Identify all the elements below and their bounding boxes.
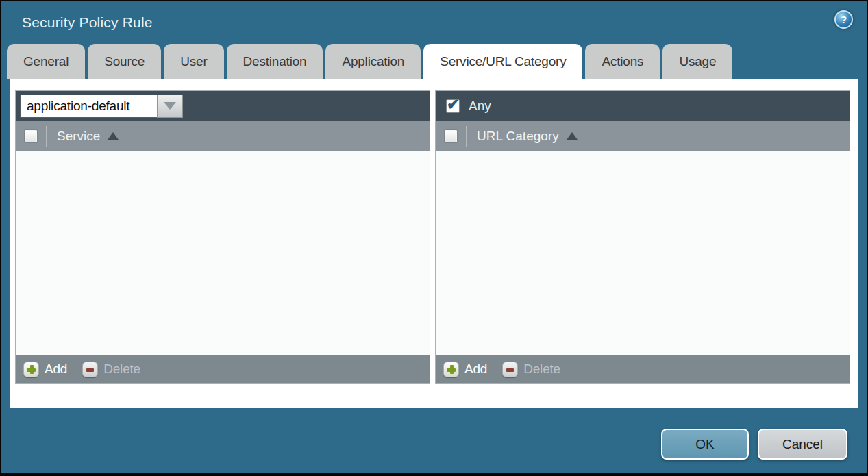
help-icon[interactable]: ?: [834, 10, 853, 29]
tab-destination[interactable]: Destination: [227, 44, 323, 79]
service-type-dropdown-value[interactable]: application-default: [20, 95, 157, 118]
tab-bar: General Source User Destination Applicat…: [7, 44, 867, 79]
service-select-all-checkbox[interactable]: [24, 129, 38, 143]
delete-button-label: Delete: [523, 362, 560, 377]
delete-icon: [82, 362, 98, 377]
service-column-header[interactable]: Service: [57, 129, 119, 144]
delete-icon: [502, 362, 518, 377]
add-icon: [443, 362, 459, 377]
url-category-toolbar: ✔ Any: [436, 91, 850, 121]
url-category-column-label: URL Category: [477, 129, 559, 144]
url-category-delete-button[interactable]: Delete: [502, 362, 560, 377]
ok-button[interactable]: OK: [661, 429, 749, 460]
add-icon: [23, 362, 39, 377]
dialog-titlebar: Security Policy Rule ?: [1, 1, 867, 44]
service-column-header-row: Service: [16, 121, 430, 151]
dialog-title: Security Policy Rule: [22, 14, 153, 31]
url-category-list-body: [436, 151, 850, 355]
tab-actions[interactable]: Actions: [585, 44, 660, 79]
tab-user[interactable]: User: [164, 44, 223, 79]
sort-ascending-icon: [567, 132, 578, 140]
url-category-panel: ✔ Any URL Category Add: [435, 90, 850, 384]
service-panel: application-default Service: [15, 90, 430, 384]
delete-button-label: Delete: [103, 362, 140, 377]
tab-service-url-category[interactable]: Service/URL Category: [423, 44, 582, 79]
any-label: Any: [469, 99, 491, 114]
service-column-label: Service: [57, 129, 100, 144]
chevron-down-icon: [164, 102, 176, 110]
tab-usage[interactable]: Usage: [662, 44, 732, 79]
service-type-dropdown[interactable]: application-default: [20, 95, 183, 118]
tab-application[interactable]: Application: [325, 44, 421, 79]
service-toolbar: application-default: [16, 91, 430, 121]
dialog-button-row: OK Cancel: [661, 429, 847, 460]
tab-content-area: application-default Service: [10, 79, 858, 408]
add-button-label: Add: [45, 362, 67, 377]
tab-source[interactable]: Source: [88, 44, 161, 79]
any-checkbox[interactable]: ✔: [446, 99, 460, 113]
service-footer: Add Delete: [16, 355, 430, 383]
sort-ascending-icon: [108, 132, 119, 140]
url-category-column-header-row: URL Category: [436, 121, 850, 151]
tab-general[interactable]: General: [7, 44, 85, 79]
url-category-select-all-checkbox[interactable]: [444, 129, 458, 143]
service-delete-button[interactable]: Delete: [82, 362, 140, 377]
cancel-button[interactable]: Cancel: [758, 429, 847, 460]
url-category-add-button[interactable]: Add: [443, 362, 487, 377]
any-row: ✔ Any: [440, 99, 491, 114]
security-policy-rule-dialog: Security Policy Rule ? General Source Us…: [0, 0, 868, 476]
url-category-footer: Add Delete: [436, 355, 850, 383]
url-category-column-header[interactable]: URL Category: [477, 129, 578, 144]
add-button-label: Add: [464, 362, 487, 377]
service-list-body: [16, 151, 430, 355]
dropdown-button[interactable]: [157, 95, 183, 118]
column-divider: [466, 126, 467, 147]
column-divider: [46, 126, 47, 147]
service-add-button[interactable]: Add: [23, 362, 67, 377]
